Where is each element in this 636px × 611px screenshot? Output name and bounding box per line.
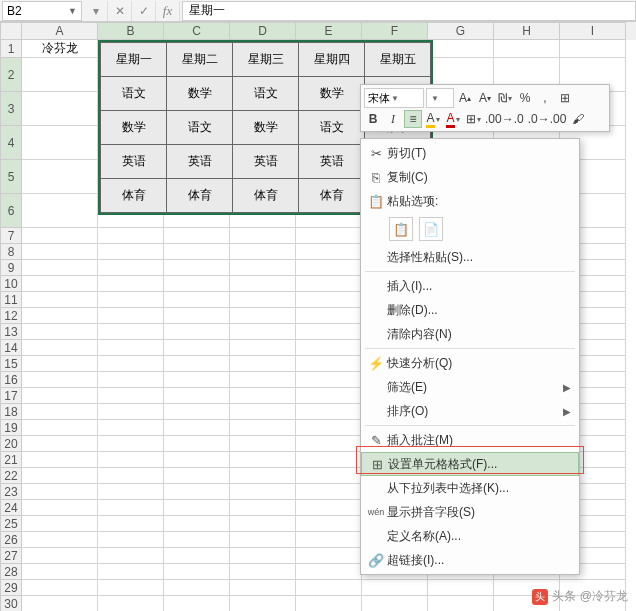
row-header-26[interactable]: 26: [0, 532, 22, 548]
cell-A17[interactable]: [22, 388, 98, 404]
cell-D26[interactable]: [230, 532, 296, 548]
table-cell[interactable]: 星期二: [167, 43, 233, 77]
menu-item[interactable]: ⎘复制(C): [361, 165, 579, 189]
cell-B20[interactable]: [98, 436, 164, 452]
cell-A18[interactable]: [22, 404, 98, 420]
chevron-down-icon[interactable]: ▼: [68, 6, 77, 16]
cell-B7[interactable]: [98, 228, 164, 244]
cell-A2[interactable]: [22, 58, 98, 92]
cell-A9[interactable]: [22, 260, 98, 276]
cell-A7[interactable]: [22, 228, 98, 244]
row-header-22[interactable]: 22: [0, 468, 22, 484]
decrease-font-icon[interactable]: A▾: [476, 89, 494, 107]
row-header-16[interactable]: 16: [0, 372, 22, 388]
cell-A5[interactable]: [22, 160, 98, 194]
cell-E27[interactable]: [296, 548, 362, 564]
row-header-2[interactable]: 2: [0, 58, 22, 92]
cell-C26[interactable]: [164, 532, 230, 548]
cell-E7[interactable]: [296, 228, 362, 244]
row-header-21[interactable]: 21: [0, 452, 22, 468]
menu-item[interactable]: 📋粘贴选项:: [361, 189, 579, 213]
menu-item[interactable]: 从下拉列表中选择(K)...: [361, 476, 579, 500]
cell-C7[interactable]: [164, 228, 230, 244]
cell-A27[interactable]: [22, 548, 98, 564]
cell-A26[interactable]: [22, 532, 98, 548]
table-cell[interactable]: 数学: [101, 111, 167, 145]
row-header-14[interactable]: 14: [0, 340, 22, 356]
cell-B8[interactable]: [98, 244, 164, 260]
cell-B14[interactable]: [98, 340, 164, 356]
cell-D11[interactable]: [230, 292, 296, 308]
cell-D22[interactable]: [230, 468, 296, 484]
cell-C25[interactable]: [164, 516, 230, 532]
cell-E19[interactable]: [296, 420, 362, 436]
percent-icon[interactable]: %: [516, 89, 534, 107]
cell-C10[interactable]: [164, 276, 230, 292]
cell-B15[interactable]: [98, 356, 164, 372]
row-header-5[interactable]: 5: [0, 160, 22, 194]
row-header-25[interactable]: 25: [0, 516, 22, 532]
cell-E17[interactable]: [296, 388, 362, 404]
cell-A22[interactable]: [22, 468, 98, 484]
row-header-30[interactable]: 30: [0, 596, 22, 611]
row-header-17[interactable]: 17: [0, 388, 22, 404]
cell-E26[interactable]: [296, 532, 362, 548]
row-header-3[interactable]: 3: [0, 92, 22, 126]
cell-A28[interactable]: [22, 564, 98, 580]
cell-D19[interactable]: [230, 420, 296, 436]
cell-A19[interactable]: [22, 420, 98, 436]
table-cell[interactable]: 星期四: [299, 43, 365, 77]
accounting-format-icon[interactable]: ₪▾: [496, 89, 514, 107]
row-header-10[interactable]: 10: [0, 276, 22, 292]
cell-I1[interactable]: [560, 40, 626, 58]
cell-C11[interactable]: [164, 292, 230, 308]
cell-C20[interactable]: [164, 436, 230, 452]
table-cell[interactable]: 英语: [167, 145, 233, 179]
font-select[interactable]: 宋体 ▼: [364, 88, 424, 108]
formula-input[interactable]: 星期一: [182, 1, 636, 21]
cell-C24[interactable]: [164, 500, 230, 516]
row-header-20[interactable]: 20: [0, 436, 22, 452]
cell-C9[interactable]: [164, 260, 230, 276]
cell-B18[interactable]: [98, 404, 164, 420]
cell-A14[interactable]: [22, 340, 98, 356]
row-header-8[interactable]: 8: [0, 244, 22, 260]
col-header-H[interactable]: H: [494, 22, 560, 40]
cell-B9[interactable]: [98, 260, 164, 276]
table-cell[interactable]: 英语: [233, 145, 299, 179]
cell-C21[interactable]: [164, 452, 230, 468]
fx-icon[interactable]: fx: [156, 1, 180, 21]
border-icon[interactable]: ⊞▾: [464, 110, 482, 128]
cell-D12[interactable]: [230, 308, 296, 324]
fill-color-icon[interactable]: A▾: [424, 110, 442, 128]
row-header-23[interactable]: 23: [0, 484, 22, 500]
cell-B13[interactable]: [98, 324, 164, 340]
cell-E29[interactable]: [296, 580, 362, 596]
cell-D24[interactable]: [230, 500, 296, 516]
cell-A21[interactable]: [22, 452, 98, 468]
cell-D8[interactable]: [230, 244, 296, 260]
cell-E11[interactable]: [296, 292, 362, 308]
italic-button[interactable]: I: [384, 110, 402, 128]
select-all-corner[interactable]: [0, 22, 22, 40]
table-cell[interactable]: 数学: [167, 77, 233, 111]
cell-G29[interactable]: [428, 580, 494, 596]
cell-A23[interactable]: [22, 484, 98, 500]
cell-B19[interactable]: [98, 420, 164, 436]
cell-D28[interactable]: [230, 564, 296, 580]
row-header-15[interactable]: 15: [0, 356, 22, 372]
increase-font-icon[interactable]: A▴: [456, 89, 474, 107]
cell-B11[interactable]: [98, 292, 164, 308]
cell-A11[interactable]: [22, 292, 98, 308]
cell-D20[interactable]: [230, 436, 296, 452]
format-painter-icon[interactable]: 🖌: [569, 110, 587, 128]
cell-C29[interactable]: [164, 580, 230, 596]
menu-item[interactable]: 清除内容(N): [361, 322, 579, 346]
align-center-icon[interactable]: ≡: [404, 110, 422, 128]
paste-values-icon[interactable]: 📄: [419, 217, 443, 241]
cell-C16[interactable]: [164, 372, 230, 388]
cell-D18[interactable]: [230, 404, 296, 420]
cell-B25[interactable]: [98, 516, 164, 532]
cell-A10[interactable]: [22, 276, 98, 292]
font-size-select[interactable]: ▼: [426, 88, 454, 108]
